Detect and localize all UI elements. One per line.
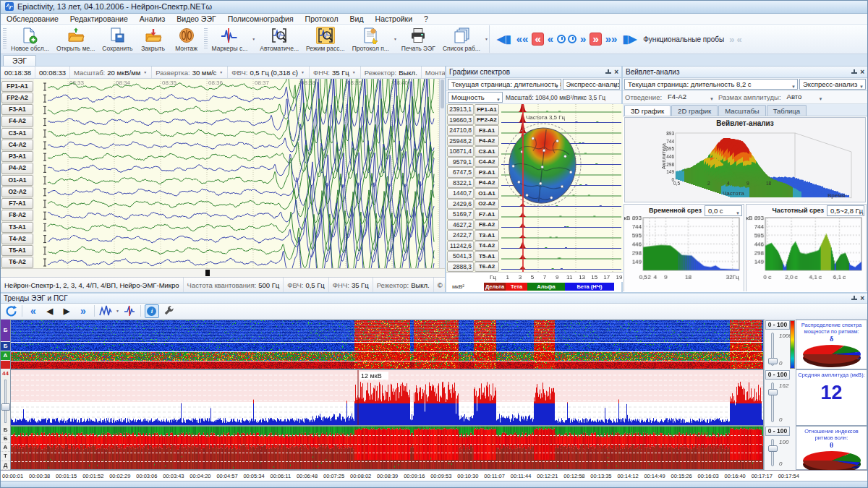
spectra-page-combo[interactable]: Текущая страница: длительность 8,2 с: [448, 79, 561, 90]
toolbar-button-close-exam[interactable]: Закрыть: [137, 25, 170, 53]
spectrum-channel-label[interactable]: P4-A2: [475, 178, 499, 189]
wavelet-amp-combo[interactable]: Авто: [784, 92, 825, 103]
channel-label-C3-A1[interactable]: C3-A1: [1, 128, 33, 139]
toolbar-button-new-exam[interactable]: Новое обсл...: [7, 25, 53, 53]
menu-item-Вид[interactable]: Вид: [344, 14, 370, 24]
channel-label-T3-A1[interactable]: T3-A1: [1, 222, 33, 233]
toolbar-button-worklist[interactable]: Список раб...: [439, 25, 484, 53]
toolbar-button-view-mode[interactable]: Режим расс...: [302, 25, 349, 53]
spectra-mode-combo[interactable]: Мощность: [448, 92, 503, 103]
timer2-icon[interactable]: [568, 35, 576, 43]
timer-icon[interactable]: [557, 35, 566, 43]
channel-label-O1-A1[interactable]: O1-A1: [1, 175, 33, 186]
functional-prev-icon[interactable]: «: [737, 34, 742, 45]
fast-forward-icon[interactable]: »»: [604, 33, 619, 45]
eeg-page-slider[interactable]: [1, 268, 445, 277]
toolbar-button-save[interactable]: Сохранить: [98, 25, 136, 53]
spectrum-channel-label[interactable]: T4-A2: [475, 241, 499, 252]
spectrum-channel-label[interactable]: O2-A2: [475, 199, 499, 210]
spectrum-channel-label[interactable]: P3-A1: [475, 167, 499, 178]
skip-end-icon[interactable]: ▮▶: [621, 33, 638, 45]
menu-item-Протокол[interactable]: Протокол: [299, 14, 344, 24]
slider-thumb[interactable]: [768, 445, 778, 452]
pin-icon[interactable]: [605, 69, 611, 75]
channel-label-O2-A2[interactable]: O2-A2: [1, 187, 33, 197]
eeg-setting-4[interactable]: ФВЧ:0,5 Гц (0,318 с)▼: [228, 67, 310, 78]
spectrum-channel-label[interactable]: FP1-A1: [475, 104, 499, 115]
toolbar-button-montage[interactable]: Монтаж: [170, 25, 203, 53]
wavelet-tab-Масштабы[interactable]: Масштабы: [718, 105, 765, 116]
channel-label-F3-A1[interactable]: F3-A1: [1, 104, 33, 115]
trends-step-back-button[interactable]: ◀: [43, 304, 57, 318]
forward-icon[interactable]: »: [579, 33, 587, 45]
toolbar-button-protocol[interactable]: Протокол п...: [349, 25, 393, 53]
dropdown-arrow-icon[interactable]: ▼: [252, 37, 255, 41]
time-slice-combo[interactable]: 0,0 с: [705, 205, 742, 216]
close-icon[interactable]: ×: [614, 69, 618, 75]
menu-item-Обследование[interactable]: Обследование: [1, 14, 64, 24]
eeg-page-cursor[interactable]: [205, 270, 210, 276]
eeg-waveforms-canvas[interactable]: [34, 79, 441, 268]
trends-marker-button[interactable]: [122, 304, 137, 318]
freq-slice-combo[interactable]: 0,5~2,8 Гц: [827, 205, 864, 216]
rhythm-index-canvas[interactable]: [11, 427, 763, 469]
spectrum-channel-label[interactable]: T6-A2: [475, 262, 499, 273]
toolbar-button-print[interactable]: Печать ЭЭГ: [398, 25, 439, 53]
wavelet-express-combo[interactable]: Экспресс-анализ: [799, 79, 866, 90]
menu-item-Анализ[interactable]: Анализ: [134, 14, 171, 24]
functional-next-icon[interactable]: »: [729, 34, 734, 45]
channel-label-F7-A1[interactable]: F7-A1: [1, 198, 33, 209]
wavelet-tab-Таблица[interactable]: Таблица: [767, 105, 807, 116]
menu-item-Полисомнография[interactable]: Полисомнография: [222, 14, 299, 24]
wavelet-page-combo[interactable]: Текущая страница: длительность 8,2 с: [624, 79, 798, 90]
spectrum-channel-label[interactable]: O1-A1: [475, 188, 499, 199]
menu-item-?[interactable]: ?: [418, 14, 434, 24]
spectrum-channel-label[interactable]: FP2-A2: [475, 115, 499, 126]
trends-step-forward-button[interactable]: ▶: [59, 304, 74, 318]
dropdown-arrow-icon[interactable]: ▼: [143, 70, 147, 74]
amplitude-trend-canvas[interactable]: [11, 370, 763, 425]
eeg-vertical-scrollbar[interactable]: [439, 79, 445, 268]
dropdown-arrow-icon[interactable]: ▼: [352, 70, 356, 74]
menu-item-Видео ЭЭГ[interactable]: Видео ЭЭГ: [171, 14, 221, 24]
eeg-setting-7[interactable]: Монтаж:Monopolar 16▼: [422, 67, 445, 78]
spectrum-channel-label[interactable]: T3-A1: [475, 230, 499, 241]
trends-page-forward-button[interactable]: »: [76, 304, 90, 318]
dropdown-arrow-icon[interactable]: ▼: [393, 37, 397, 41]
toolbar-button-markers[interactable]: Маркеры с...: [208, 25, 252, 53]
spectra-express-combo[interactable]: Экспресс-анализ: [563, 79, 620, 90]
slider-thumb[interactable]: [1, 403, 10, 411]
frequency-cursor-line[interactable]: [522, 104, 524, 272]
channel-label-T6-A2[interactable]: T6-A2: [1, 257, 33, 267]
slider-thumb[interactable]: [768, 389, 778, 395]
dropdown-arrow-icon[interactable]: ▼: [116, 309, 119, 313]
channel-label-T5-A1[interactable]: T5-A1: [1, 245, 33, 256]
channel-label-P4-A2[interactable]: P4-A2: [1, 163, 33, 174]
channel-label-P3-A1[interactable]: P3-A1: [1, 151, 33, 162]
trends-info-button[interactable]: i: [145, 304, 159, 318]
close-icon[interactable]: ×: [860, 69, 864, 75]
wavelet-tab-3D график[interactable]: 3D график: [624, 105, 671, 116]
rewind-icon[interactable]: «: [546, 33, 555, 45]
pin-icon[interactable]: [851, 69, 857, 75]
spectrum-channel-label[interactable]: C3-A1: [475, 146, 499, 157]
spectrum-channel-label[interactable]: F7-A1: [475, 209, 499, 220]
pin-icon[interactable]: [851, 295, 857, 301]
spectrum-channel-label[interactable]: F3-A1: [475, 125, 499, 136]
wavelet-lead-combo[interactable]: F4-A2: [665, 92, 715, 103]
toolbar-button-open-exam[interactable]: Открыть ме...: [53, 25, 98, 53]
menu-item-Редактирование[interactable]: Редактирование: [64, 14, 134, 24]
wavelet-tab-2D график[interactable]: 2D график: [671, 105, 718, 116]
eeg-setting-3[interactable]: Развертка:30 мм/с▼: [152, 67, 228, 78]
spectrogram-canvas[interactable]: [11, 320, 763, 369]
dropdown-arrow-icon[interactable]: ▼: [301, 70, 305, 74]
skip-start-icon[interactable]: ◀▮: [495, 33, 513, 45]
spectrum-channel-label[interactable]: C4-A2: [475, 157, 499, 168]
channel-label-F4-A2[interactable]: F4-A2: [1, 116, 33, 127]
channel-label-T4-A2[interactable]: T4-A2: [1, 234, 33, 244]
trends-refresh-button[interactable]: [4, 304, 18, 318]
slider-thumb[interactable]: [768, 358, 778, 364]
eeg-setting-2[interactable]: Масштаб:20 мкВ/мм▼: [70, 67, 152, 78]
channel-label-FP2-A2[interactable]: FP2-A2: [1, 93, 33, 103]
tab-eeg[interactable]: ЭЭГ: [3, 55, 36, 66]
